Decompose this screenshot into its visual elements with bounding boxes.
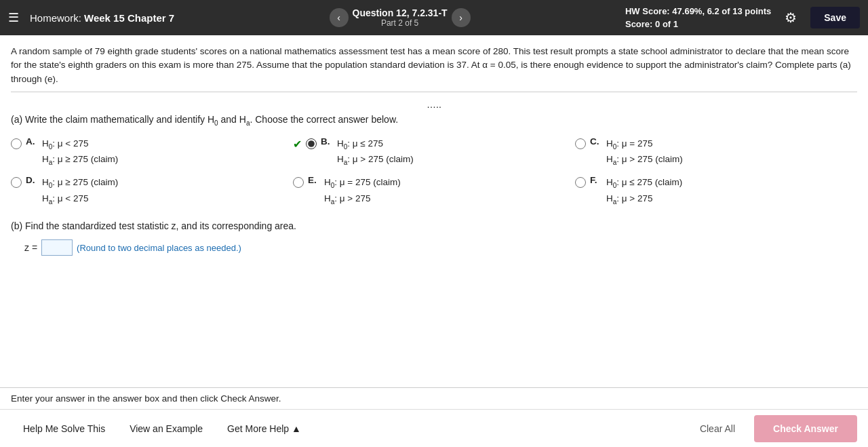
option-d-radio[interactable] <box>11 177 22 188</box>
option-b-radio[interactable] <box>306 138 317 149</box>
get-more-help-arrow-icon: ▲ <box>292 423 301 434</box>
option-e-h0: H0: μ = 275 (claim) <box>324 175 401 191</box>
clear-all-button[interactable]: Clear All <box>692 418 743 440</box>
option-b-h0: H0: μ ≤ 275 <box>337 136 414 153</box>
option-c-letter: C. <box>590 136 601 147</box>
help-me-solve-button[interactable]: Help Me Solve This <box>11 416 117 441</box>
instruction-text: Enter your answer in the answer box and … <box>11 393 281 404</box>
settings-button[interactable]: ⚙ <box>785 9 797 26</box>
footer: Help Me Solve This View an Example Get M… <box>0 409 868 447</box>
option-e-radio[interactable] <box>293 177 304 188</box>
option-f-content: H0: μ ≤ 275 (claim) Ha: μ > 275 <box>606 175 682 207</box>
instruction-bar: Enter your answer in the answer box and … <box>0 387 868 409</box>
option-c-ha: Ha: μ > 275 (claim) <box>606 152 683 168</box>
homework-title: Homework: Week 15 Chapter 7 <box>30 12 174 24</box>
menu-icon[interactable]: ☰ <box>8 10 19 25</box>
option-d: D. H0: μ ≥ 275 (claim) Ha: μ < 275 <box>11 175 293 207</box>
footer-right: Clear All Check Answer <box>692 415 857 442</box>
option-a-letter: A. <box>26 136 37 147</box>
z-hint: (Round to two decimal places as needed.) <box>77 243 241 253</box>
check-icon: ✔ <box>293 138 302 151</box>
option-b-content: H0: μ ≤ 275 Ha: μ > 275 (claim) <box>337 136 414 168</box>
option-b: ✔ B. H0: μ ≤ 275 Ha: μ > 275 (claim) <box>293 136 575 168</box>
prev-question-button[interactable]: ‹ <box>330 8 349 27</box>
option-c: C. H0: μ = 275 Ha: μ > 275 (claim) <box>575 136 857 168</box>
option-a: A. H0: μ < 275 Ha: μ ≥ 275 (claim) <box>11 136 293 168</box>
option-c-content: H0: μ = 275 Ha: μ > 275 (claim) <box>606 136 683 168</box>
question-title: Question 12, 7.2.31-T <box>353 7 448 18</box>
option-e-letter: E. <box>308 175 319 185</box>
option-e-content: H0: μ = 275 (claim) Ha: μ > 275 <box>324 175 401 207</box>
score-info: HW Score: 47.69%, 6.2 of 13 points Score… <box>625 5 771 31</box>
option-e-ha: Ha: μ > 275 <box>324 191 401 208</box>
option-d-letter: D. <box>26 175 37 185</box>
problem-text: A random sample of 79 eighth grade stude… <box>11 45 857 92</box>
part-b-label: (b) Find the standardized test statistic… <box>11 220 857 231</box>
option-b-letter: B. <box>321 136 332 147</box>
z-input[interactable] <box>41 239 73 256</box>
option-a-content: H0: μ < 275 Ha: μ ≥ 275 (claim) <box>42 136 118 168</box>
main-content: A random sample of 79 eighth grade stude… <box>0 35 868 387</box>
option-c-radio[interactable] <box>575 138 586 149</box>
next-question-button[interactable]: › <box>452 8 471 27</box>
view-example-button[interactable]: View an Example <box>117 416 215 441</box>
question-subtitle: Part 2 of 5 <box>353 18 448 28</box>
score-label: Score: <box>625 19 652 29</box>
header: ☰ Homework: Week 15 Chapter 7 ‹ Question… <box>0 0 868 35</box>
hw-score-value: 47.69%, 6.2 of 13 points <box>672 6 771 16</box>
score-value: 0 of 1 <box>655 19 678 29</box>
get-more-help-label: Get More Help <box>227 423 289 434</box>
option-f: F. H0: μ ≤ 275 (claim) Ha: μ > 275 <box>575 175 857 207</box>
question-info: Question 12, 7.2.31-T Part 2 of 5 <box>353 7 448 28</box>
option-a-h0: H0: μ < 275 <box>42 136 118 153</box>
question-nav: ‹ Question 12, 7.2.31-T Part 2 of 5 › <box>330 7 471 28</box>
z-input-row: z = (Round to two decimal places as need… <box>24 239 857 256</box>
option-b-ha: Ha: μ > 275 (claim) <box>337 152 414 168</box>
option-a-ha: Ha: μ ≥ 275 (claim) <box>42 152 118 168</box>
z-label: z = <box>24 242 37 253</box>
hw-score-label: HW Score: <box>625 6 670 16</box>
option-f-h0: H0: μ ≤ 275 (claim) <box>606 175 682 191</box>
option-f-ha: Ha: μ > 275 <box>606 191 682 208</box>
option-d-ha: Ha: μ < 275 <box>42 191 118 208</box>
option-d-content: H0: μ ≥ 275 (claim) Ha: μ < 275 <box>42 175 118 207</box>
option-f-letter: F. <box>590 175 601 185</box>
get-more-help-button[interactable]: Get More Help ▲ <box>215 416 313 441</box>
dots-divider: ….. <box>11 99 857 110</box>
answer-options-grid: A. H0: μ < 275 Ha: μ ≥ 275 (claim) ✔ B. … <box>11 136 857 208</box>
option-a-radio[interactable] <box>11 138 22 149</box>
option-e: E. H0: μ = 275 (claim) Ha: μ > 275 <box>293 175 575 207</box>
save-button[interactable]: Save <box>810 7 860 28</box>
check-answer-button[interactable]: Check Answer <box>754 415 857 442</box>
option-c-h0: H0: μ = 275 <box>606 136 683 153</box>
part-a-label: (a) Write the claim mathematically and i… <box>11 114 857 127</box>
option-d-h0: H0: μ ≥ 275 (claim) <box>42 175 118 191</box>
option-f-radio[interactable] <box>575 177 586 188</box>
